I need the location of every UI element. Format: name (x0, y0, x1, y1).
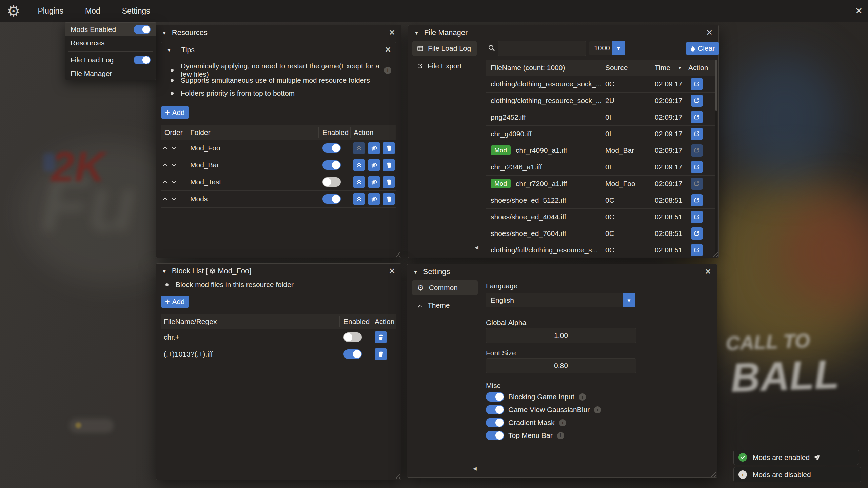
block-list-close-icon[interactable]: ✕ (389, 267, 395, 275)
export-file-button[interactable] (691, 227, 703, 240)
game-view-gaussianblur-toggle[interactable] (486, 405, 504, 414)
clear-button[interactable]: Clear (686, 42, 719, 55)
export-file-button[interactable] (691, 244, 703, 256)
menu-item-file-load-log[interactable]: File Load Log (65, 53, 156, 67)
global-alpha-drag[interactable]: 1.00 (486, 328, 636, 343)
delete-button[interactable] (383, 193, 395, 205)
delete-button[interactable] (383, 176, 395, 188)
block-rule-enabled-toggle[interactable] (343, 349, 362, 359)
menu-item-resources[interactable]: Resources (65, 36, 156, 50)
move-up-icon[interactable] (162, 145, 169, 151)
blocking-game-input-toggle[interactable] (486, 392, 504, 402)
add-block-rule-button[interactable]: + Add (161, 296, 189, 308)
file-manager-close-icon[interactable]: ✕ (706, 28, 713, 37)
block-list-button[interactable] (368, 159, 380, 171)
resource-enabled-toggle[interactable] (322, 143, 341, 153)
menu-mod[interactable]: Mod (78, 6, 108, 16)
top-menu-bar-toggle[interactable] (486, 431, 504, 440)
info-icon[interactable]: i (557, 432, 564, 439)
column-time[interactable]: Time (655, 60, 670, 76)
overlay-close-button[interactable]: ✕ (855, 0, 863, 22)
move-to-top-button[interactable] (353, 142, 365, 154)
info-icon[interactable]: i (384, 67, 391, 74)
block-list-button[interactable] (368, 193, 380, 205)
move-to-top-button[interactable] (353, 193, 365, 205)
mods-enabled-toggle[interactable] (134, 25, 151, 34)
export-file-button[interactable] (691, 211, 703, 223)
settings-close-icon[interactable]: ✕ (705, 268, 711, 276)
export-file-button[interactable] (691, 95, 703, 107)
tab-file-export[interactable]: File Export (412, 59, 477, 74)
file-name: chr_g4090.iff (491, 125, 532, 142)
gradient-mask-toggle[interactable] (486, 418, 504, 427)
add-resource-button[interactable]: + Add (161, 106, 189, 119)
move-down-icon[interactable] (171, 179, 177, 185)
mod-badge: Mod (491, 145, 511, 155)
delete-button[interactable] (383, 142, 395, 154)
tips-bullet: Supports simultaneous use of multiple mo… (171, 76, 370, 84)
language-dropdown-button[interactable]: ▼ (623, 293, 635, 307)
resource-enabled-toggle[interactable] (322, 177, 341, 187)
block-list-button[interactable] (368, 176, 380, 188)
info-icon[interactable]: i (579, 393, 586, 401)
sort-descending-icon[interactable]: ▼ (678, 60, 682, 76)
export-file-button[interactable] (691, 78, 703, 90)
resources-close-icon[interactable]: ✕ (389, 28, 395, 37)
collapse-arrow-icon[interactable]: ▼ (166, 47, 172, 53)
block-list-button[interactable] (368, 142, 380, 154)
column-divider (372, 316, 372, 327)
file-row: clothing/clothing_resource_sock_... 0C 0… (486, 76, 715, 92)
resource-enabled-toggle[interactable] (322, 194, 341, 204)
tips-close-icon[interactable]: ✕ (384, 46, 391, 54)
file-row: chr_r2346_a1.iff 0I 02:09:17 (486, 159, 715, 175)
tab-common[interactable]: ⚙ Common (412, 280, 478, 295)
delete-button[interactable] (375, 348, 387, 360)
bullet-dot-icon (171, 69, 174, 72)
export-file-button[interactable] (691, 161, 703, 173)
file-table-header: FileName (count: 1000) Source Time ▼ Act… (486, 60, 715, 76)
file-table-scrollbar[interactable] (715, 60, 717, 256)
move-to-top-button[interactable] (353, 159, 365, 171)
move-up-icon[interactable] (162, 162, 169, 168)
font-size-drag[interactable]: 0.80 (486, 358, 636, 373)
block-rule-enabled-toggle[interactable] (343, 332, 362, 342)
export-file-button[interactable] (691, 178, 703, 190)
resize-grip[interactable] (395, 473, 400, 479)
sidebar-collapse-icon[interactable]: ◀ (475, 245, 478, 250)
menu-settings[interactable]: Settings (115, 6, 158, 16)
move-up-icon[interactable] (162, 196, 169, 202)
delete-button[interactable] (383, 159, 395, 171)
collapse-arrow-icon[interactable]: ▼ (162, 30, 167, 35)
scrollbar-thumb[interactable] (715, 60, 717, 111)
resize-grip[interactable] (395, 251, 400, 257)
move-to-top-button[interactable] (353, 176, 365, 188)
limit-value[interactable]: 1000 (589, 41, 612, 55)
move-down-icon[interactable] (171, 196, 177, 202)
collapse-arrow-icon[interactable]: ▼ (162, 269, 167, 274)
language-value[interactable]: English (486, 293, 623, 307)
export-file-button[interactable] (691, 144, 703, 157)
collapse-arrow-icon[interactable]: ▼ (413, 269, 418, 274)
delete-button[interactable] (375, 331, 387, 343)
export-file-button[interactable] (691, 194, 703, 206)
info-icon[interactable]: i (559, 419, 566, 426)
column-divider (601, 61, 601, 74)
menu-item-mods-enabled[interactable]: Mods Enabled (65, 23, 156, 36)
info-icon[interactable]: i (594, 406, 601, 413)
resize-grip[interactable] (711, 471, 716, 477)
menu-item-file-manager[interactable]: File Manager (65, 67, 156, 80)
sidebar-collapse-icon[interactable]: ◀ (473, 466, 477, 471)
collapse-arrow-icon[interactable]: ▼ (414, 30, 419, 35)
resource-enabled-toggle[interactable] (322, 160, 341, 170)
limit-dropdown-button[interactable]: ▼ (612, 41, 625, 55)
menu-plugins[interactable]: Plugins (30, 6, 71, 16)
tab-file-load-log[interactable]: File Load Log (412, 41, 477, 56)
move-up-icon[interactable] (162, 179, 169, 185)
move-down-icon[interactable] (171, 162, 177, 168)
move-down-icon[interactable] (171, 145, 177, 151)
file-load-log-toggle[interactable] (134, 56, 151, 64)
export-file-button[interactable] (691, 128, 703, 140)
export-file-button[interactable] (691, 111, 703, 123)
search-input[interactable] (498, 41, 586, 56)
tab-theme[interactable]: Theme (412, 298, 478, 313)
